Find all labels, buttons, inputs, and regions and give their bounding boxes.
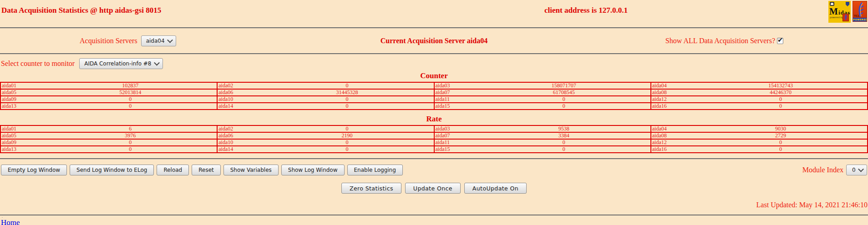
rate-cell-value: 6	[44, 125, 217, 132]
tcl-powered-text: POWERED	[853, 18, 867, 21]
counter-cell-label: aida01	[0, 82, 44, 89]
counter-cell-label: aida16	[651, 103, 694, 110]
module-index-label: Module Index	[802, 166, 843, 174]
counter-cell-label: aida12	[651, 96, 694, 103]
module-index-select-wrap: 0	[846, 165, 867, 175]
counter-cell-value: 61708545	[477, 89, 651, 96]
counter-select-row: Select counter to monitor AIDA Correlati…	[0, 54, 868, 70]
counter-cell-label: aida07	[434, 89, 477, 96]
toolbar: Empty Log Window Send Log Window to ELog…	[0, 159, 868, 175]
counter-select-wrap: AIDA Correlation-info #8	[79, 58, 163, 69]
rate-cell-label: aida07	[434, 132, 477, 139]
rate-row: aida090aida100aida110aida120	[0, 139, 868, 146]
rate-cell-label: aida14	[217, 146, 260, 153]
rate-cell-value: 0	[261, 125, 434, 132]
rate-cell-value: 2190	[261, 132, 434, 139]
counter-select-label: Select counter to monitor	[1, 60, 75, 68]
enable-logging-button[interactable]: Enable Logging	[347, 165, 403, 175]
dot-text: .	[0, 215, 868, 218]
zero-statistics-button[interactable]: Zero Statistics	[341, 183, 401, 194]
counter-row: aida01102837aida020aida03158071707aida04…	[0, 82, 868, 89]
counter-cell-value: 102837	[44, 82, 217, 89]
tcl-logo-text: TCL	[854, 14, 859, 17]
counter-cell-label: aida05	[0, 89, 44, 96]
rate-cell-label: aida15	[434, 146, 477, 153]
counter-cell-value: 44246370	[694, 89, 868, 96]
acquisition-server-select-wrap: aida04	[141, 35, 176, 46]
rate-cell-label: aida11	[434, 139, 477, 146]
rate-cell-value: 0	[477, 139, 651, 146]
rate-row: aida130aida140aida150aida160	[0, 146, 868, 153]
counter-cell-label: aida03	[434, 82, 477, 89]
rate-table: aida016aida020aida039538aida049030aida05…	[0, 125, 868, 153]
autoupdate-on-button[interactable]: AutoUpdate On	[464, 183, 527, 194]
rate-cell-label: aida09	[0, 139, 44, 146]
logo-area: Midas powered by TCL POWERED	[828, 1, 867, 23]
counter-cell-label: aida02	[217, 82, 260, 89]
counter-table: aida01102837aida020aida03158071707aida04…	[0, 82, 868, 110]
rate-cell-label: aida02	[217, 125, 260, 132]
counter-cell-value: 158071707	[477, 82, 651, 89]
rate-cell-value: 0	[694, 146, 868, 153]
rate-cell-label: aida10	[217, 139, 260, 146]
send-log-to-elog-button[interactable]: Send Log Window to ELog	[70, 165, 154, 175]
rate-cell-label: aida05	[0, 132, 44, 139]
rate-cell-label: aida03	[434, 125, 477, 132]
shield-icon	[846, 2, 849, 6]
rate-cell-label: aida04	[651, 125, 694, 132]
counter-cell-label: aida06	[217, 89, 260, 96]
show-log-window-button[interactable]: Show Log Window	[281, 165, 345, 175]
home-link[interactable]: Home	[1, 218, 20, 225]
counter-cell-label: aida13	[0, 103, 44, 110]
counter-cell-label: aida11	[434, 96, 477, 103]
counter-select[interactable]: AIDA Correlation-info #8	[79, 58, 163, 69]
counter-cell-label: aida15	[434, 103, 477, 110]
rate-cell-value: 3976	[44, 132, 217, 139]
reload-button[interactable]: Reload	[157, 165, 189, 175]
counter-cell-value: 0	[694, 103, 868, 110]
counter-row: aida130aida140aida150aida160	[0, 103, 868, 110]
module-index-select[interactable]: 0	[846, 165, 867, 175]
tcl-powered-logo: TCL POWERED	[853, 1, 867, 22]
counter-heading: Counter	[0, 71, 868, 80]
rate-heading: Rate	[0, 115, 868, 124]
counter-cell-value: 0	[261, 82, 434, 89]
acquisition-servers-group: Acquisition Servers aida04	[80, 35, 176, 46]
acquisition-servers-label: Acquisition Servers	[80, 37, 137, 45]
counter-cell-label: aida14	[217, 103, 260, 110]
client-address-text: client address is 127.0.0.1	[544, 6, 628, 15]
counter-cell-value: 0	[477, 103, 651, 110]
module-index-group: Module Index 0	[802, 165, 867, 175]
counter-row: aida090aida100aida110aida120	[0, 96, 868, 103]
show-all-label: Show ALL Data Acquisition Servers?	[665, 37, 775, 45]
show-all-checkbox[interactable]: ✔	[777, 38, 783, 44]
counter-cell-value: 0	[261, 96, 434, 103]
counter-cell-value: 0	[261, 103, 434, 110]
acquisition-server-select[interactable]: aida04	[141, 35, 176, 46]
rate-cell-value: 2729	[694, 132, 868, 139]
rate-cell-value: 0	[44, 139, 217, 146]
header: Data Acquisition Statistics @ http aidas…	[0, 0, 868, 27]
counter-cell-label: aida10	[217, 96, 260, 103]
counter-row: aida0552013814aida0631445328aida07617085…	[0, 89, 868, 96]
rate-cell-label: aida08	[651, 132, 694, 139]
rate-cell-label: aida12	[651, 139, 694, 146]
rate-row: aida053976aida062190aida073384aida082729	[0, 132, 868, 139]
midas-powered-by-text: powered by	[830, 16, 843, 19]
current-server-text: Current Acquisition Server aida04	[381, 37, 487, 45]
show-variables-button[interactable]: Show Variables	[223, 165, 279, 175]
rate-cell-label: aida16	[651, 146, 694, 153]
counter-cell-label: aida09	[0, 96, 44, 103]
rate-cell-value: 0	[261, 146, 434, 153]
rate-cell-value: 3384	[477, 132, 651, 139]
midas-logo: Midas powered by	[828, 1, 851, 23]
reset-button[interactable]: Reset	[192, 165, 221, 175]
show-all-group: Show ALL Data Acquisition Servers? ✔	[665, 37, 783, 45]
empty-log-window-button[interactable]: Empty Log Window	[1, 165, 67, 175]
rate-cell-label: aida13	[0, 146, 44, 153]
rate-cell-value: 0	[261, 139, 434, 146]
acquisition-servers-row: Acquisition Servers aida04 Current Acqui…	[0, 28, 868, 53]
rate-cell-value: 0	[477, 146, 651, 153]
counter-cell-value: 0	[477, 96, 651, 103]
update-once-button[interactable]: Update Once	[405, 183, 461, 194]
